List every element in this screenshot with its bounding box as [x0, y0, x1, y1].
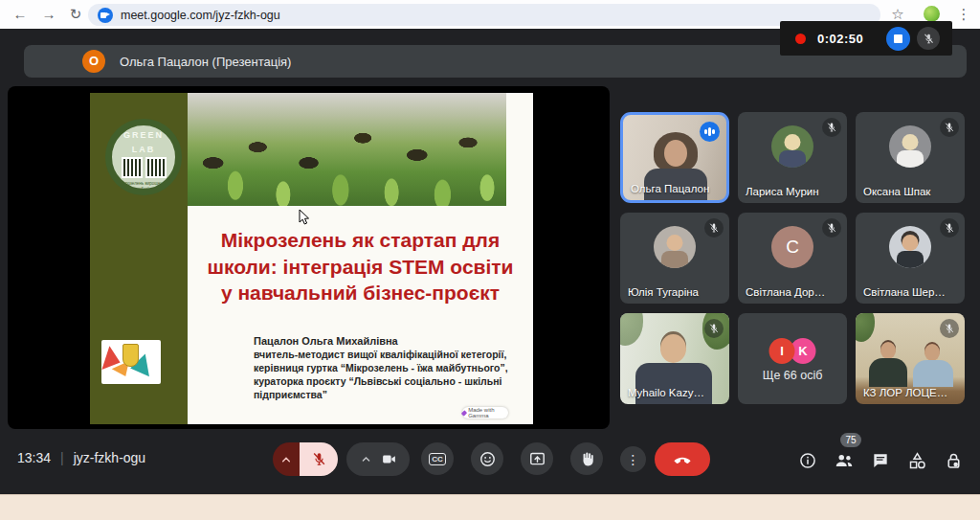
info-icon — [798, 451, 817, 470]
mouse-cursor — [299, 209, 312, 226]
url-bar[interactable]: meet.google.com/jyz-fzkh-ogu — [88, 4, 880, 26]
mic-off-icon — [940, 118, 959, 137]
tile-svitlana-sher[interactable]: Світлана Шер… — [856, 213, 965, 304]
recording-dot-icon — [795, 34, 806, 44]
avatar-silhouette — [880, 342, 896, 359]
show-everyone-button[interactable] — [833, 449, 856, 472]
reload-icon[interactable]: ↻ — [65, 4, 86, 25]
windows-taskbar: P 13:34 27.02.2025 — [0, 494, 980, 520]
green-lab-badge: GREEN LAB Мікрозелень вирощена з любов'ю — [105, 119, 182, 195]
avatar-silhouette — [660, 334, 686, 363]
avatar-head — [902, 235, 919, 251]
avatar-torso — [897, 251, 924, 268]
participant-avatar — [889, 125, 931, 168]
camera-button[interactable] — [346, 442, 410, 476]
avatar-silhouette — [664, 140, 687, 167]
green-lab-title-line2: LAB — [112, 145, 175, 154]
recording-overlay: 0:02:50 — [780, 21, 952, 56]
recording-mic-muted-button[interactable] — [917, 27, 940, 50]
divider: | — [60, 450, 64, 465]
reactions-button[interactable] — [471, 442, 503, 475]
people-icon — [834, 450, 855, 471]
gamma-gem-icon — [461, 410, 467, 416]
browser-menu-icon[interactable]: ⋮ — [954, 5, 973, 24]
avatar-head — [902, 134, 919, 150]
slide-author-block: Пацалон Ольга Михайлівна вчитель-методис… — [254, 334, 520, 401]
participant-name: Myhailo Kazy… — [628, 387, 704, 398]
tile-myhailo-kazy[interactable]: Myhailo Kazy… — [620, 313, 729, 404]
lock-icon — [944, 451, 964, 471]
participant-name: Лариса Мурин — [746, 186, 819, 197]
stop-recording-button[interactable] — [886, 27, 910, 51]
participant-name: Оксана Шпак — [863, 186, 930, 197]
tile-oksana-shpak[interactable]: Оксана Шпак — [856, 112, 965, 203]
participant-name: Ольга Пацалон — [631, 183, 709, 194]
mic-off-icon — [822, 218, 841, 237]
tile-larysa-muryn[interactable]: Лариса Мурин — [738, 112, 847, 203]
mic-off-icon — [704, 319, 724, 338]
back-icon[interactable]: ← — [10, 4, 31, 25]
tile-kz-lor-lotse[interactable]: КЗ ЛОР ЛОЦЕ… — [856, 313, 965, 404]
extension-icon[interactable] — [924, 6, 940, 22]
mic-button[interactable] — [273, 442, 338, 476]
forward-icon[interactable]: → — [38, 4, 59, 25]
speaking-indicator-icon — [700, 122, 720, 142]
raise-hand-button[interactable] — [570, 442, 603, 475]
slide-title: Мікрозелень як стартап для школи: інтегр… — [188, 227, 533, 306]
made-with-gamma-badge: Made with Gamma — [462, 407, 508, 418]
lviv-logo — [101, 340, 161, 384]
mic-off-icon — [940, 319, 959, 338]
participant-avatar — [889, 226, 931, 268]
end-call-button[interactable] — [655, 442, 710, 476]
logo-crest — [122, 344, 139, 367]
avatar-silhouette — [869, 358, 907, 387]
meet-camera-favicon-icon — [98, 8, 113, 23]
microgreens-photo — [188, 93, 506, 206]
presenter-label: Ольга Пацалон (Презентація) — [120, 55, 291, 69]
overflow-avatar: I — [769, 338, 795, 364]
avatar-silhouette — [913, 360, 953, 387]
avatar-torso — [661, 251, 688, 268]
camera-options-chevron-icon[interactable] — [359, 452, 373, 466]
host-controls-button[interactable] — [942, 449, 965, 472]
activities-button[interactable] — [905, 449, 928, 472]
tile-more-participants[interactable]: I K Ще 66 осіб — [738, 313, 847, 404]
url-text: meet.google.com/jyz-fzkh-ogu — [121, 9, 280, 22]
avatar-head — [667, 235, 683, 251]
meeting-time: 13:34 — [17, 450, 51, 465]
present-screen-button[interactable] — [521, 442, 553, 475]
green-lab-title-line1: GREEN — [112, 130, 175, 140]
participant-name: Юлія Тугаріна — [628, 286, 699, 298]
participant-count-badge: 75 — [840, 433, 861, 447]
smiley-icon — [479, 450, 497, 468]
meeting-code: jyz-fzkh-ogu — [74, 450, 145, 465]
shapes-icon — [907, 451, 927, 471]
camera-icon — [381, 451, 397, 467]
presentation-slide: GREEN LAB Мікрозелень вирощена з любов'ю… — [90, 93, 533, 424]
slide-green-sidebar: GREEN LAB Мікрозелень вирощена з любов'ю — [90, 93, 188, 424]
author-name: Пацалон Ольга Михайлівна — [254, 334, 520, 348]
qr-code — [145, 157, 167, 178]
participant-avatar — [771, 125, 813, 168]
recording-timer: 0:02:50 — [817, 32, 863, 46]
mic-off-icon — [704, 218, 724, 237]
meeting-info: 13:34 | jyz-fzkh-ogu — [17, 450, 145, 465]
qr-code — [122, 157, 143, 178]
tile-yuliia-tuharina[interactable]: Юлія Тугаріна — [620, 213, 729, 304]
more-dots-icon: ⋮ — [627, 452, 640, 467]
overflow-count-label: Ще 66 осіб — [738, 369, 847, 382]
mic-options-chevron-icon[interactable] — [273, 442, 300, 476]
mic-muted-icon[interactable] — [300, 442, 338, 476]
chat-button[interactable] — [869, 449, 892, 472]
more-options-button[interactable]: ⋮ — [620, 446, 646, 472]
chat-icon — [871, 451, 890, 470]
tile-olha-patsalon[interactable]: Ольга Пацалон — [620, 112, 729, 203]
participant-letter-avatar: C — [771, 226, 813, 268]
avatar-head — [785, 134, 801, 150]
captions-button[interactable]: CC — [421, 442, 454, 475]
end-call-icon — [672, 449, 693, 470]
meeting-details-button[interactable] — [796, 449, 819, 472]
tile-svitlana-dor[interactable]: C Світлана Дор… — [738, 213, 847, 304]
mic-off-icon — [822, 118, 841, 137]
participant-name: Світлана Шер… — [863, 286, 946, 298]
